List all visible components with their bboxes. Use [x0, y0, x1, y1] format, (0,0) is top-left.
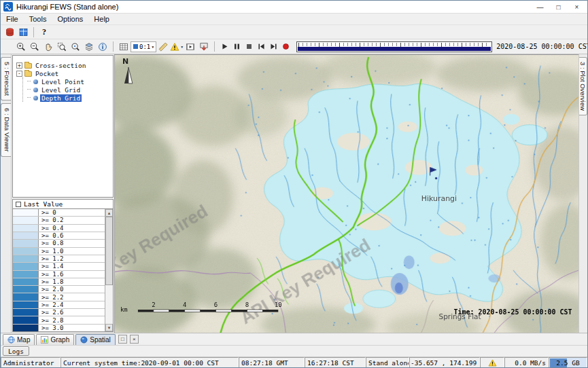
legend-row: >= 2.8 [13, 316, 105, 324]
status-warning[interactable] [480, 357, 504, 368]
legend-swatch [13, 301, 39, 308]
close-panel-icon[interactable]: × [130, 335, 139, 344]
legend-row: >= 0.6 [13, 232, 105, 240]
display-grid-icon[interactable] [16, 26, 30, 38]
maximize-button[interactable]: □ [549, 1, 568, 13]
save-export-icon[interactable] [197, 41, 211, 53]
play-icon[interactable] [218, 41, 230, 53]
interval-value: 0:1 [139, 43, 150, 50]
status-gmt-time: 08:27:18 GMT [239, 357, 305, 368]
last-value-checkbox[interactable] [16, 202, 21, 207]
warning-icon [488, 359, 497, 367]
legend-row: >= 2.6 [13, 309, 105, 316]
scroll-up-icon[interactable]: ▲ [105, 209, 113, 217]
legend-row: >= 1.8 [13, 278, 105, 286]
layers-icon[interactable] [82, 41, 96, 53]
zoom-extent-icon[interactable] [69, 41, 82, 53]
timeline-slider[interactable] [296, 41, 492, 52]
tab-map[interactable]: Map [3, 334, 35, 345]
legend-scrollbar[interactable]: ▲ ▼ [105, 209, 113, 331]
tab-data-viewer[interactable]: 6 : Data Viewer [1, 103, 11, 157]
legend-row: >= 0 [13, 209, 105, 217]
legend-swatch [13, 286, 39, 293]
tree-item-cross-section[interactable]: + Cross-section [13, 61, 113, 69]
legend-swatch [13, 278, 39, 285]
menu-file[interactable]: File [1, 14, 24, 24]
folder-icon [24, 63, 32, 69]
tab-spatial[interactable]: Spatial [75, 334, 116, 345]
legend-row: >= 0.8 [13, 240, 105, 247]
legend-swatch [13, 248, 39, 255]
database-icon[interactable] [3, 26, 16, 38]
zoom-in-icon[interactable] [14, 41, 28, 53]
pause-icon[interactable] [230, 41, 243, 53]
step-last-icon[interactable] [267, 41, 279, 53]
close-button[interactable]: × [568, 1, 586, 13]
maximize-panel-icon[interactable]: □ [118, 335, 127, 344]
menu-help[interactable]: Help [88, 14, 115, 24]
legend-swatch [13, 240, 39, 246]
tab-map-label: Map [17, 336, 30, 344]
scrollbar-thumb[interactable] [105, 217, 113, 285]
status-local-time: 16:27:18 CST [305, 357, 366, 368]
map-canvas[interactable]: API Key Required API Key Required N km 2… [115, 55, 578, 333]
map-view[interactable]: API Key Required API Key Required N km 2… [115, 54, 578, 333]
legend-row: >= 1.6 [13, 271, 105, 278]
legend-row: >= 1.2 [13, 255, 105, 263]
right-tab-strip: 3 : Plot Overview [578, 54, 587, 333]
interval-color-icon [133, 44, 138, 49]
record-icon[interactable] [279, 41, 292, 53]
toolbar-separator [113, 41, 114, 52]
content-area: 5 : Forecast 6 : Data Viewer + Cross-sec… [1, 54, 587, 333]
tree-item-depth-grid[interactable]: Depth Grid [23, 94, 113, 102]
menu-tools[interactable]: Tools [24, 14, 52, 24]
status-bar: Administrator Current system time:2020-0… [1, 356, 587, 368]
expand-icon[interactable]: + [16, 62, 22, 69]
pan-hand-icon[interactable] [41, 41, 55, 53]
zoom-out-icon[interactable] [28, 41, 41, 53]
left-tab-strip: 5 : Forecast 6 : Data Viewer [1, 54, 12, 333]
menu-options[interactable]: Options [52, 14, 88, 24]
scrollbar-track[interactable] [105, 285, 113, 324]
thresholds-dropdown[interactable]: ▼ [170, 42, 184, 52]
scroll-down-icon[interactable]: ▼ [105, 324, 113, 331]
tab-forecast[interactable]: 5 : Forecast [1, 57, 11, 100]
minimize-button[interactable]: — [531, 1, 549, 13]
legend-swatch [13, 209, 39, 216]
svg-text:8: 8 [245, 301, 249, 308]
step-first-icon[interactable] [255, 41, 267, 53]
ruler-icon[interactable] [156, 41, 170, 53]
legend-row: >= 0.2 [13, 217, 105, 224]
tree-item-level-grid[interactable]: Level Grid [23, 86, 113, 94]
globe-icon [7, 336, 15, 344]
legend-row: >= 2.2 [13, 293, 105, 301]
chevron-down-icon: ▼ [152, 45, 154, 49]
warning-icon [170, 42, 179, 52]
logs-button[interactable]: Logs [3, 346, 29, 356]
status-system-time: Current system time:2020-09-01 00:00 CST [60, 357, 239, 368]
sphere-icon [80, 336, 88, 344]
tab-plot-overview[interactable]: 3 : Plot Overview [579, 57, 587, 115]
legend-swatch [13, 271, 39, 278]
tab-graph[interactable]: Graph [36, 334, 74, 345]
collapse-icon[interactable]: - [16, 71, 22, 77]
legend-list: >= 0 >= 0.2 >= 0.4 >= 0.6 >= 0.8 >= 1.0 … [12, 208, 114, 332]
legend-swatch [13, 255, 39, 262]
grid-display-icon[interactable] [117, 41, 131, 53]
legend-swatch [13, 293, 39, 300]
tree-item-pocket[interactable]: - Pocket [13, 69, 113, 77]
layer-node-icon [33, 79, 38, 84]
status-memory: 2.5 GB [549, 357, 587, 368]
stop-icon[interactable] [243, 41, 255, 53]
zoom-box-icon[interactable] [55, 41, 69, 53]
tree-children: Level Point Level Grid Depth Grid [22, 77, 113, 102]
memory-label: 2.5 GB [556, 359, 579, 367]
interval-selector[interactable]: 0:1 ▼ [131, 41, 156, 52]
map-toolbar: 0:1 ▼ ▼ [1, 39, 587, 54]
legend-panel: Last Value >= 0 >= 0.2 >= 0.4 >= 0.6 >= … [12, 199, 114, 332]
label-hikurangi: Hikurangi [421, 194, 457, 203]
animation-export-icon[interactable] [184, 41, 197, 53]
help-icon[interactable]: ? [37, 26, 51, 38]
tree-item-level-point[interactable]: Level Point [23, 77, 113, 86]
info-icon[interactable] [96, 41, 109, 53]
